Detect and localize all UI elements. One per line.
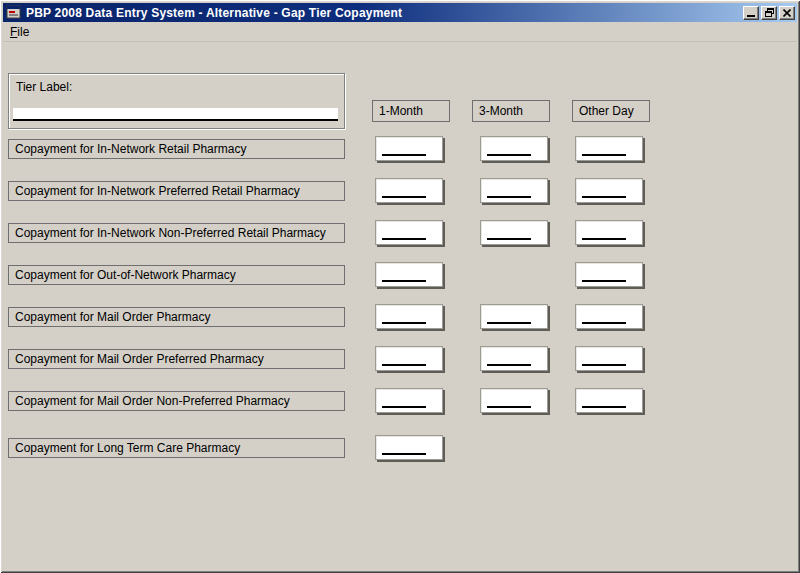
copay-field-1-month[interactable]: [375, 435, 443, 460]
input-mask-underscore: [487, 238, 531, 240]
copay-field-1-month[interactable]: [375, 136, 443, 161]
tier-label-input[interactable]: [13, 108, 338, 121]
copay-row: Copayment for Out-of-Network Pharmacy: [3, 262, 797, 304]
row-label: Copayment for Mail Order Preferred Pharm…: [8, 349, 345, 369]
close-icon: [783, 9, 791, 17]
copay-field-1-month[interactable]: [375, 388, 443, 413]
column-header-3-month: 3-Month: [472, 100, 550, 122]
app-window: PBP 2008 Data Entry System - Alternative…: [0, 0, 800, 573]
copay-field-1-month[interactable]: [375, 178, 443, 203]
copay-row: Copayment for In-Network Non-Preferred R…: [3, 220, 797, 262]
menu-item-file[interactable]: File: [3, 23, 36, 41]
row-label: Copayment for Mail Order Pharmacy: [8, 307, 345, 327]
input-mask-underscore: [382, 280, 426, 282]
copay-field-1-month[interactable]: [375, 262, 443, 287]
column-header-other-day: Other Day: [572, 100, 650, 122]
input-mask-underscore: [582, 364, 626, 366]
copay-row: Copayment for Mail Order Non-Preferred P…: [3, 388, 797, 430]
window-controls: [743, 6, 795, 20]
row-label: Copayment for In-Network Non-Preferred R…: [8, 223, 345, 243]
menubar: File: [3, 22, 797, 42]
minimize-icon: [747, 15, 755, 17]
column-header-1-month: 1-Month: [372, 100, 450, 122]
tier-label-group: Tier Label:: [8, 73, 345, 129]
copay-field-other-day[interactable]: [575, 346, 643, 371]
copay-field-1-month[interactable]: [375, 220, 443, 245]
input-mask-underscore: [487, 322, 531, 324]
copay-field-other-day[interactable]: [575, 388, 643, 413]
copay-field-3-month[interactable]: [480, 388, 548, 413]
input-mask-underscore: [582, 322, 626, 324]
input-mask-underscore: [582, 238, 626, 240]
form-client-area: Tier Label: 1-Month 3-Month Other Day Co…: [3, 43, 797, 570]
input-mask-underscore: [487, 406, 531, 408]
copay-field-3-month[interactable]: [480, 178, 548, 203]
minimize-button[interactable]: [743, 6, 759, 20]
restore-icon: [765, 8, 774, 17]
close-button[interactable]: [779, 6, 795, 20]
input-mask-underscore: [382, 406, 426, 408]
copay-field-other-day[interactable]: [575, 262, 643, 287]
input-mask-underscore: [582, 280, 626, 282]
row-label: Copayment for In-Network Preferred Retai…: [8, 181, 345, 201]
row-label: Copayment for Out-of-Network Pharmacy: [8, 265, 345, 285]
titlebar: PBP 2008 Data Entry System - Alternative…: [3, 3, 797, 22]
row-label: Copayment for Long Term Care Pharmacy: [8, 438, 345, 458]
copay-rows: Copayment for In-Network Retail Pharmacy…: [3, 136, 797, 477]
window-title: PBP 2008 Data Entry System - Alternative…: [26, 6, 743, 20]
row-label: Copayment for Mail Order Non-Preferred P…: [8, 391, 345, 411]
copay-field-other-day[interactable]: [575, 304, 643, 329]
restore-button[interactable]: [761, 6, 777, 20]
input-mask-underscore: [582, 406, 626, 408]
input-mask-underscore: [382, 453, 426, 455]
input-mask-underscore: [382, 154, 426, 156]
input-mask-underscore: [382, 322, 426, 324]
copay-field-1-month[interactable]: [375, 304, 443, 329]
copay-field-other-day[interactable]: [575, 136, 643, 161]
input-mask-underscore: [487, 196, 531, 198]
copay-field-3-month[interactable]: [480, 304, 548, 329]
copay-field-3-month[interactable]: [480, 220, 548, 245]
tier-label-caption: Tier Label:: [16, 80, 72, 94]
input-mask-underscore: [487, 364, 531, 366]
input-mask-underscore: [487, 154, 531, 156]
input-mask-underscore: [582, 196, 626, 198]
copay-row: Copayment for In-Network Preferred Retai…: [3, 178, 797, 220]
copay-row: Copayment for Long Term Care Pharmacy: [3, 435, 797, 477]
input-mask-underscore: [382, 196, 426, 198]
row-label: Copayment for In-Network Retail Pharmacy: [8, 139, 345, 159]
copay-field-other-day[interactable]: [575, 178, 643, 203]
app-icon: [6, 5, 22, 20]
copay-field-other-day[interactable]: [575, 220, 643, 245]
copay-row: Copayment for Mail Order Pharmacy: [3, 304, 797, 346]
copay-row: Copayment for In-Network Retail Pharmacy: [3, 136, 797, 178]
input-mask-underscore: [382, 238, 426, 240]
copay-row: Copayment for Mail Order Preferred Pharm…: [3, 346, 797, 388]
copay-field-3-month[interactable]: [480, 346, 548, 371]
input-mask-underscore: [582, 154, 626, 156]
copay-field-1-month[interactable]: [375, 346, 443, 371]
input-mask-underscore: [382, 364, 426, 366]
copay-field-3-month[interactable]: [480, 136, 548, 161]
